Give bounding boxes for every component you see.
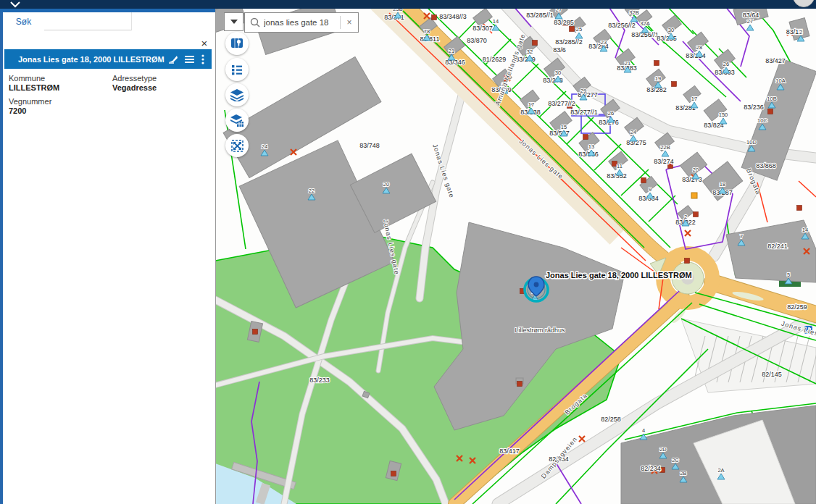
house-number-label: 23 (601, 39, 607, 46)
parcel-label: 83/427 (765, 57, 786, 64)
house-number-label: 20 (383, 181, 389, 188)
parcel-label: 83/277//2 (548, 100, 575, 107)
house-number-label: 30 (668, 27, 674, 33)
chevron-down-icon[interactable] (9, 1, 22, 8)
house-number-label: 78 (424, 28, 430, 35)
parcel-label: 81/2629 (483, 56, 507, 63)
house-number-label: 15 (561, 124, 567, 130)
parcel-label: 83/236 (744, 104, 764, 111)
house-number-label: 30 (555, 70, 561, 76)
parcel-label: 82/258 (601, 416, 621, 423)
parcel-label: 83/285//2 (555, 38, 583, 46)
house-number-label: 4 (642, 427, 645, 434)
house-number-label: 14 (802, 227, 808, 233)
house-number-label: 26 (608, 110, 614, 117)
parcel-label: 83/285 (554, 19, 574, 26)
house-number-label: 28 (696, 44, 702, 51)
house-number-label: 24 (630, 129, 636, 135)
tab-bar (44, 12, 132, 30)
field-value: 7200 (9, 106, 26, 115)
house-number-label: 27 (747, 18, 753, 25)
house-number-label: 25 (576, 26, 582, 33)
legend-list-button[interactable] (225, 58, 249, 81)
house-number-label: 10B (767, 96, 776, 102)
house-number-label: 25B (393, 9, 402, 12)
zoom-extent-button[interactable] (225, 134, 249, 157)
list-icon[interactable] (185, 55, 195, 64)
house-number-label: 10C (757, 117, 767, 124)
house-number-label: 21 (449, 48, 454, 54)
parcel-label: 83/870 (467, 37, 487, 44)
field-label: Adressetype (112, 74, 157, 83)
kebab-menu-icon[interactable] (201, 54, 204, 64)
house-number-label: 32A (640, 20, 649, 27)
panel-edge-strip (0, 9, 3, 504)
parcel-label: 83/307 (472, 25, 493, 32)
result-title: Jonas Lies gate 18, 2000 LILLESTRØM (4, 55, 165, 64)
house-number-label: 14 (493, 18, 499, 25)
house-number-label: 7 (740, 233, 743, 240)
house-number-label: 22B (660, 144, 670, 151)
house-number-label: 2A (717, 467, 724, 474)
map-canvas[interactable]: 83/87083/87083/37183/348//383/30783/8118… (215, 9, 816, 504)
house-number-label: 26 (723, 61, 729, 67)
house-number-label: 24 (262, 143, 267, 150)
caret-down-icon (230, 20, 238, 24)
magnifier-icon (245, 17, 264, 28)
house-number-label: 150 (719, 112, 728, 118)
house-number-label: 11 (617, 163, 623, 169)
parcel-label: 83/417 (499, 448, 520, 455)
field-label: Vegnummer (9, 97, 51, 106)
field-value: Vegadresse (112, 83, 157, 92)
parcel-label: 82/259 (787, 303, 807, 311)
zoom-to-result-icon[interactable] (168, 54, 178, 64)
parcel-label: 82/234 (641, 465, 661, 472)
house-number-label: 2C (672, 457, 679, 463)
parcel-label: 82/145 (762, 371, 782, 378)
parcel-label: 83/274 (654, 158, 674, 165)
parcel-label: 82/241 (767, 243, 788, 250)
tab-sok[interactable]: Søk (3, 12, 44, 30)
marker-address-label: Jonas Lies gate 18, 2000 LILLESTRØM (546, 271, 692, 280)
house-number-label: 9 (649, 186, 651, 193)
search-type-dropdown[interactable] (224, 12, 243, 31)
house-number-label: 2D (659, 446, 667, 453)
parcel-label: 83/285//1 (526, 12, 554, 19)
search-input[interactable]: jonas lies gate 18 × (244, 12, 359, 33)
house-number-label: 5 (787, 272, 790, 278)
basemap-pin-button[interactable] (225, 32, 249, 55)
house-number-label: 2 (799, 29, 802, 35)
house-number-label: 2 (684, 214, 687, 220)
house-number-label: 21 (625, 60, 630, 67)
search-panel: Søk × Jonas Lies gate 18, 2000 LILLESTRØ… (0, 9, 216, 504)
house-number-label: 27 (556, 9, 562, 13)
parcel-label: 83/233 (309, 377, 330, 384)
house-number-label: 2B (680, 470, 686, 476)
parcel-label: 83/6 (553, 46, 566, 54)
house-number-label: 18 (720, 181, 725, 188)
parcel-label: 83/868 (756, 162, 776, 169)
field-label: Kommune (9, 74, 45, 83)
house-number-label: 22 (309, 188, 315, 194)
house-number-label: 10D (746, 139, 757, 146)
close-panel-button[interactable]: × (197, 36, 212, 51)
house-number-label: 17 (528, 101, 534, 108)
parcel-label: 83/348//3 (439, 13, 467, 20)
house-number-label: 19 (655, 75, 661, 82)
building-name-label: Lillestrøm rådhus (515, 327, 565, 334)
house-number-label: 32B (629, 9, 638, 16)
layers-data-button[interactable] (225, 109, 249, 132)
house-number-label: 10A (775, 77, 785, 84)
result-header[interactable]: Jonas Lies gate 18, 2000 LILLESTRØM (4, 49, 212, 69)
parcel-label: 83/748 (359, 142, 380, 149)
house-number-label: 13 (588, 143, 594, 150)
layers-button[interactable] (225, 83, 249, 106)
house-number-label: 20 (693, 167, 699, 173)
top-app-bar (0, 0, 816, 9)
house-number-label: 32 (527, 49, 533, 55)
search-query-text[interactable]: jonas lies gate 18 (264, 18, 340, 27)
parcel-label: 83/352 (607, 172, 627, 180)
clear-search-icon[interactable]: × (341, 17, 358, 28)
house-number-label: 29 (580, 88, 586, 94)
parcel-label: 83/256//2 (608, 22, 636, 29)
